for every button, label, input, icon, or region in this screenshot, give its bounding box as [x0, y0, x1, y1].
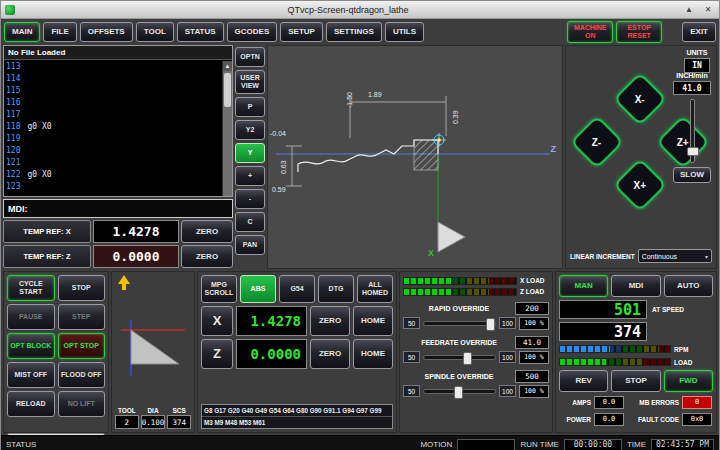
- list-item[interactable]: 117: [6, 109, 221, 121]
- motion-label: MOTION: [420, 440, 452, 449]
- jog-x-plus-button[interactable]: X+: [613, 158, 667, 212]
- view-y-button[interactable]: Y: [235, 143, 265, 163]
- dtg-button[interactable]: DTG: [318, 275, 354, 303]
- maximize-button[interactable]: ▲: [681, 3, 697, 17]
- rapid-slider-handle[interactable]: [486, 318, 495, 331]
- clear-view-button[interactable]: C: [235, 212, 265, 232]
- zero-x-button[interactable]: ZERO: [181, 220, 233, 243]
- load-label: LOAD: [674, 359, 692, 366]
- z-load-label: Z LOAD: [520, 288, 544, 295]
- dim-right-label: 0.39: [452, 110, 459, 124]
- opt-block-button[interactable]: OPT BLOCK: [7, 333, 55, 359]
- all-homed-button[interactable]: ALL HOMED: [357, 275, 393, 303]
- scrollbar-thumb[interactable]: [224, 73, 231, 107]
- bottom-section: CYCLE START STOP PAUSE STEP OPT BLOCK OP…: [1, 271, 719, 433]
- list-item[interactable]: 120: [6, 145, 221, 157]
- jog-z-minus-button[interactable]: Z-: [570, 115, 624, 169]
- tab-status[interactable]: STATUS: [177, 22, 224, 42]
- tab-file[interactable]: FILE: [43, 22, 76, 42]
- mpg-scroll-button[interactable]: MPG SCROLL: [201, 275, 237, 303]
- feed-slider-handle[interactable]: [463, 352, 472, 365]
- x-home-button[interactable]: HOME: [353, 306, 393, 336]
- list-item[interactable]: 113: [6, 61, 221, 73]
- list-item[interactable]: 121: [6, 157, 221, 169]
- tab-tool[interactable]: TOOL: [136, 22, 174, 42]
- spindle-override-slider[interactable]: [423, 389, 496, 394]
- scroll-up-icon[interactable]: ▲: [223, 61, 232, 71]
- spindle-rev-button[interactable]: REV: [559, 370, 608, 392]
- mist-button[interactable]: MIST OFF: [7, 362, 55, 388]
- tab-setup[interactable]: SETUP: [280, 22, 323, 42]
- feed-override-slider[interactable]: [423, 355, 496, 360]
- x-load-row: X LOAD: [403, 275, 549, 286]
- tab-utils[interactable]: UTILS: [385, 22, 424, 42]
- reload-button[interactable]: RELOAD: [7, 391, 55, 417]
- power-label: POWER: [559, 416, 591, 423]
- line-number: 123: [6, 182, 20, 191]
- exit-button[interactable]: EXIT: [682, 22, 716, 42]
- zero-z-button[interactable]: ZERO: [181, 245, 233, 268]
- scrollbar[interactable]: ▲: [222, 61, 232, 196]
- mdi-input[interactable]: MDI:: [3, 199, 233, 218]
- list-item[interactable]: 122g0 X0: [6, 169, 221, 181]
- spindle-fwd-button[interactable]: FWD: [664, 370, 713, 392]
- tab-settings[interactable]: SETTINGS: [326, 22, 382, 42]
- jog-rate-slider[interactable]: [690, 99, 695, 163]
- view-p-button[interactable]: P: [235, 97, 265, 117]
- options-button[interactable]: OPTN: [235, 47, 265, 67]
- spindle-stop-button[interactable]: STOP: [611, 370, 660, 392]
- man-mode-button[interactable]: MAN: [559, 275, 608, 297]
- opt-stop-button[interactable]: OPT STOP: [58, 333, 106, 359]
- tab-gcodes[interactable]: GCODES: [227, 22, 278, 42]
- rapid-override-slider[interactable]: [423, 321, 496, 326]
- gremlin-preview[interactable]: 1.89 -1.50 0.39 -0.04 0.63 0.59 Z X: [267, 45, 563, 269]
- list-item[interactable]: 119: [6, 133, 221, 145]
- tab-main[interactable]: MAIN: [4, 22, 40, 42]
- temp-ref-x-label: TEMP REF: X: [3, 220, 91, 243]
- step-button[interactable]: STEP: [58, 304, 106, 330]
- program-stop-button[interactable]: STOP: [58, 275, 106, 301]
- spindle-slider-handle[interactable]: [454, 386, 463, 399]
- list-item[interactable]: 118g0 X0: [6, 121, 221, 133]
- zoom-in-button[interactable]: +: [235, 166, 265, 186]
- gcode-viewer[interactable]: No File Loaded 113 114 115 116 117 118g0…: [3, 45, 233, 197]
- g54-button[interactable]: G54: [279, 275, 315, 303]
- list-item[interactable]: 115: [6, 85, 221, 97]
- auto-mode-button[interactable]: AUTO: [664, 275, 713, 297]
- jog-x-minus-button[interactable]: X-: [613, 72, 667, 126]
- spindle-override-group: SPINDLE OVERRIDE 500 50 100 100 %: [403, 369, 549, 399]
- z-axis-button[interactable]: Z: [201, 339, 233, 369]
- spindle-override-value: 500: [515, 370, 549, 383]
- x-axis-button[interactable]: X: [201, 306, 233, 336]
- abs-button[interactable]: ABS: [240, 275, 276, 303]
- zoom-out-button[interactable]: -: [235, 189, 265, 209]
- close-button[interactable]: ✕: [700, 3, 716, 17]
- x-zero-button[interactable]: ZERO: [310, 306, 350, 336]
- list-item[interactable]: 116: [6, 97, 221, 109]
- rapid-override-label: RAPID OVERRIDE: [403, 305, 515, 312]
- dim-width-label: 1.89: [368, 91, 382, 98]
- pan-button[interactable]: PAN: [235, 235, 265, 255]
- mdi-history-list[interactable]: 113 114 115 116 117 118g0 X0 119 120 121…: [6, 61, 221, 195]
- user-view-button[interactable]: USER VIEW: [235, 70, 265, 94]
- view-y2-button[interactable]: Y2: [235, 120, 265, 140]
- pause-button[interactable]: PAUSE: [7, 304, 55, 330]
- jog-rate-slider-handle[interactable]: [687, 147, 699, 156]
- tab-offsets[interactable]: OFFSETS: [80, 22, 133, 42]
- linear-increment-select[interactable]: Continuous ▾: [638, 249, 712, 263]
- z-home-button[interactable]: HOME: [353, 339, 393, 369]
- slow-button[interactable]: SLOW: [673, 167, 711, 183]
- window-title: QTvcp-Screen-qtdragon_lathe: [15, 5, 681, 15]
- list-item[interactable]: 123: [6, 181, 221, 193]
- cycle-start-button[interactable]: CYCLE START: [7, 275, 55, 301]
- fault-code-value: 0x0: [682, 413, 712, 426]
- list-item[interactable]: 114: [6, 73, 221, 85]
- z-zero-button[interactable]: ZERO: [310, 339, 350, 369]
- no-lift-button[interactable]: NO LIFT: [58, 391, 106, 417]
- machine-on-button[interactable]: MACHINE ON: [567, 21, 613, 43]
- dim-c-label: 0.59: [272, 186, 286, 193]
- estop-reset-button[interactable]: ESTOP RESET: [616, 21, 662, 43]
- mdi-mode-button[interactable]: MDI: [611, 275, 660, 297]
- tool-cone-icon: [438, 222, 465, 252]
- flood-button[interactable]: FLOOD OFF: [58, 362, 106, 388]
